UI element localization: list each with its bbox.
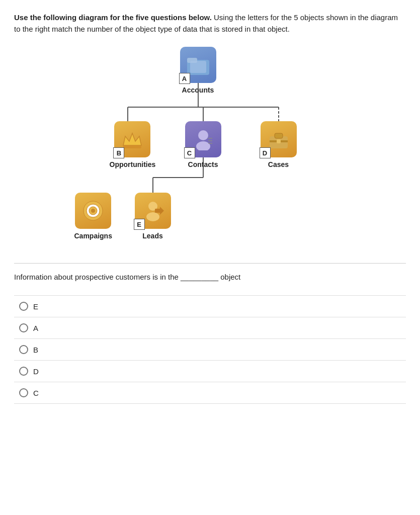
svg-rect-21	[277, 139, 281, 143]
svg-point-25	[91, 209, 95, 213]
contacts-label: Contacts	[188, 160, 218, 168]
node-campaigns: Campaigns	[74, 193, 112, 240]
leads-icon: E	[135, 193, 171, 229]
contacts-icon: C	[185, 121, 221, 157]
question-text: Information about prospective customers …	[14, 263, 406, 281]
accounts-icon: A	[180, 47, 216, 83]
node-accounts: A Accounts	[180, 47, 216, 94]
instructions-bold: Use the following diagram for the five q…	[14, 13, 212, 22]
svg-point-14	[196, 141, 210, 150]
node-leads: E Leads	[135, 193, 171, 240]
option-D[interactable]: D	[14, 361, 406, 382]
campaigns-icon	[75, 193, 111, 229]
briefcase-svg	[268, 128, 290, 150]
crown-svg	[121, 129, 143, 149]
svg-point-13	[198, 130, 208, 140]
person-svg	[192, 128, 214, 150]
option-C[interactable]: C	[14, 382, 406, 404]
leads-letter: E	[134, 219, 145, 230]
svg-point-27	[146, 212, 159, 221]
radio-A[interactable]	[19, 323, 28, 332]
svg-rect-19	[275, 133, 283, 138]
svg-rect-12	[123, 145, 141, 148]
node-opportunities: B Opportunities	[110, 121, 156, 168]
svg-marker-11	[123, 133, 141, 145]
radio-B[interactable]	[19, 345, 28, 354]
radio-E[interactable]	[19, 302, 28, 311]
cases-label: Cases	[268, 160, 289, 168]
option-D-label: D	[33, 367, 39, 376]
node-contacts: C Contacts	[185, 121, 221, 168]
node-cases: D Cases	[261, 121, 297, 168]
option-A[interactable]: A	[14, 317, 406, 339]
opportunities-label: Opportunities	[110, 160, 156, 168]
svg-rect-10	[190, 61, 206, 73]
radio-D[interactable]	[19, 367, 28, 376]
option-E-label: E	[33, 302, 38, 311]
question-content: Information about prospective customers …	[14, 273, 240, 281]
option-B-label: B	[33, 346, 38, 354]
option-B[interactable]: B	[14, 339, 406, 361]
opportunities-icon: B	[114, 121, 150, 157]
cases-icon: D	[261, 121, 297, 157]
accounts-label: Accounts	[182, 86, 214, 94]
leads-label: Leads	[142, 232, 162, 240]
leads-svg	[142, 200, 164, 222]
option-A-label: A	[33, 324, 38, 332]
diagram-area: A Accounts B Opportunities C	[69, 47, 351, 258]
contacts-letter: C	[184, 147, 195, 158]
option-C-label: C	[33, 389, 39, 397]
target-svg	[82, 200, 104, 222]
answer-options: E A B D C	[14, 295, 406, 404]
cases-letter: D	[260, 147, 271, 158]
instructions: Use the following diagram for the five q…	[14, 12, 406, 35]
accounts-letter: A	[179, 73, 190, 84]
radio-C[interactable]	[19, 388, 28, 397]
campaigns-label: Campaigns	[74, 232, 112, 240]
option-E[interactable]: E	[14, 295, 406, 317]
opportunities-letter: B	[113, 147, 124, 158]
